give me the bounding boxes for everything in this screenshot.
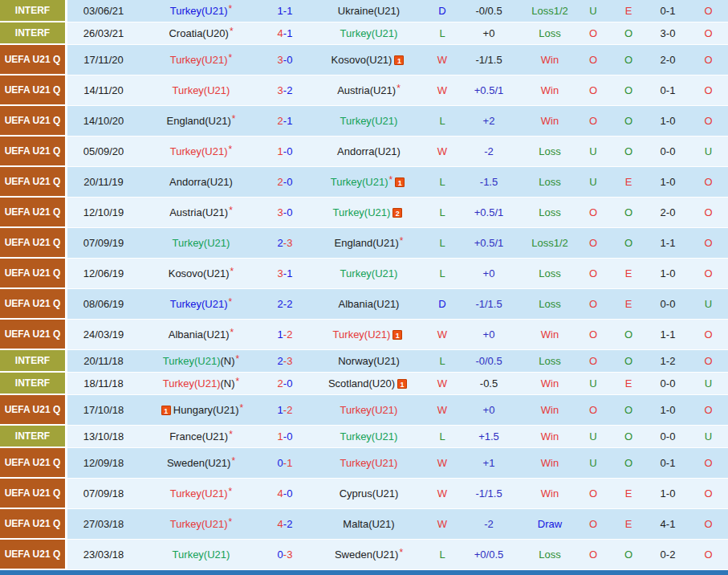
away-team[interactable]: Turkey(U21) — [307, 106, 430, 137]
home-team[interactable]: Turkey(U21)(N)* — [140, 350, 262, 373]
away-team[interactable]: Turkey(U21) — [307, 395, 430, 426]
home-team[interactable]: 1Hungary(U21)* — [140, 395, 262, 426]
fulltime-score[interactable]: 2-3 — [262, 350, 307, 373]
match-date: 08/06/19 — [67, 289, 140, 320]
away-team[interactable]: Turkey(U21) — [307, 22, 430, 45]
away-team[interactable]: Kosovo(U21)1 — [307, 45, 430, 75]
home-team[interactable]: England(U21)* — [140, 106, 262, 137]
away-team-name: Scotland(U20) — [328, 377, 395, 389]
away-team[interactable]: Turkey(U21) — [307, 426, 430, 448]
away-team[interactable]: Turkey(U21)2 — [307, 198, 430, 228]
red-card-icon: 1 — [392, 330, 402, 340]
away-goals: -1 — [283, 115, 293, 127]
home-team[interactable]: Croatia(U20)* — [140, 22, 262, 45]
home-goals: 1 — [278, 404, 283, 416]
fulltime-score[interactable]: 1-1 — [262, 0, 307, 22]
away-team[interactable]: Turkey(U21)*1 — [307, 167, 430, 198]
home-team[interactable]: France(U21)* — [140, 426, 262, 448]
away-team[interactable]: Turkey(U21) — [307, 448, 430, 479]
home-team[interactable]: Turkey(U21) — [140, 540, 262, 570]
fulltime-score[interactable]: 4-1 — [262, 22, 307, 45]
fulltime-score[interactable]: 4-0 — [262, 479, 307, 509]
home-team[interactable]: Turkey(U21)* — [140, 479, 262, 509]
odd-even-result: O — [610, 106, 647, 137]
away-team[interactable]: Sweden(U21)* — [307, 540, 430, 570]
handicap-value: +0 — [454, 320, 523, 350]
home-team-name: Turkey(U21) — [170, 518, 228, 530]
halftime-score: 0-0 — [647, 426, 689, 448]
away-team[interactable]: Malta(U21) — [307, 509, 430, 540]
home-team[interactable]: Turkey(U21)* — [140, 289, 262, 320]
away-team[interactable]: Norway(U21) — [307, 350, 430, 373]
home-team[interactable]: Sweden(U21)* — [140, 448, 262, 479]
away-team[interactable]: Turkey(U21)1 — [307, 320, 430, 350]
match-row: INTERF03/06/21Turkey(U21)*1-1Ukraine(U21… — [0, 0, 728, 22]
handicap-value: -0/0.5 — [454, 350, 523, 373]
halftime-score: 1-1 — [647, 228, 689, 259]
fulltime-score[interactable]: 1-2 — [262, 395, 307, 426]
away-team[interactable]: Scotland(U20)1 — [307, 373, 430, 395]
away-team[interactable]: Turkey(U21) — [307, 259, 430, 289]
competition-badge: UEFA U21 Q — [0, 289, 67, 320]
fulltime-score[interactable]: 2-3 — [262, 228, 307, 259]
fulltime-score[interactable]: 1-0 — [262, 137, 307, 167]
home-team[interactable]: Albania(U21)* — [140, 320, 262, 350]
match-row: UEFA U21 Q05/09/20Turkey(U21)*1-0Andorra… — [0, 137, 728, 167]
odd-even-result: O — [610, 448, 647, 479]
away-team[interactable]: Cyprus(U21) — [307, 479, 430, 509]
away-team-name: Andorra(U21) — [337, 145, 401, 157]
home-goals: 1 — [278, 145, 283, 157]
away-team[interactable]: England(U21)* — [307, 228, 430, 259]
result-letter: L — [430, 228, 454, 259]
home-team[interactable]: Turkey(U21)(N)* — [140, 373, 262, 395]
away-goals: -2 — [283, 518, 293, 530]
fulltime-score[interactable]: 3-0 — [262, 198, 307, 228]
handicap-result: Loss — [523, 350, 576, 373]
away-team[interactable]: Ukraine(U21) — [307, 0, 430, 22]
match-row: UEFA U21 Q12/09/18Sweden(U21)*0-1Turkey(… — [0, 448, 728, 479]
over-under-result: O — [576, 320, 610, 350]
fulltime-score[interactable]: 1-2 — [262, 320, 307, 350]
fulltime-score[interactable]: 3-0 — [262, 45, 307, 75]
home-team[interactable]: Turkey(U21)* — [140, 0, 262, 22]
over-under-result: U — [576, 137, 610, 167]
over-under-result: U — [576, 373, 610, 395]
home-team[interactable]: Turkey(U21)* — [140, 137, 262, 167]
match-row: UEFA U21 Q17/10/181Hungary(U21)*1-2Turke… — [0, 395, 728, 426]
home-team[interactable]: Turkey(U21) — [140, 75, 262, 106]
away-team-name: England(U21) — [335, 237, 399, 249]
away-team[interactable]: Andorra(U21) — [307, 137, 430, 167]
home-team[interactable]: Turkey(U21) — [140, 228, 262, 259]
result-letter: D — [430, 0, 454, 22]
competition-badge: UEFA U21 Q — [0, 540, 67, 570]
home-team[interactable]: Turkey(U21)* — [140, 45, 262, 75]
fulltime-score[interactable]: 2-1 — [262, 106, 307, 137]
home-team[interactable]: Turkey(U21)* — [140, 509, 262, 540]
home-team[interactable]: Kosovo(U21)* — [140, 259, 262, 289]
over-under-result: O — [576, 22, 610, 45]
fulltime-score[interactable]: 0-1 — [262, 448, 307, 479]
handicap-value: -1/1.5 — [454, 479, 523, 509]
competition-badge: INTERF — [0, 350, 67, 373]
away-team[interactable]: Austria(U21)* — [307, 75, 430, 106]
fulltime-score[interactable]: 2-0 — [262, 167, 307, 198]
match-date: 24/03/19 — [67, 320, 140, 350]
odd-even-result: E — [610, 373, 647, 395]
fulltime-score[interactable]: 4-2 — [262, 509, 307, 540]
fulltime-score[interactable]: 2-2 — [262, 289, 307, 320]
away-team[interactable]: Albania(U21) — [307, 289, 430, 320]
halftime-score: 1-1 — [647, 320, 689, 350]
handicap-value: +0.5/1 — [454, 198, 523, 228]
fulltime-score[interactable]: 1-0 — [262, 426, 307, 448]
match-date: 26/03/21 — [67, 22, 140, 45]
fulltime-score[interactable]: 0-3 — [262, 540, 307, 570]
home-goals: 4 — [278, 518, 283, 530]
home-team[interactable]: Andorra(U21) — [140, 167, 262, 198]
handicap-result: Win — [523, 395, 576, 426]
handicap-result: Loss — [523, 167, 576, 198]
fulltime-score[interactable]: 2-0 — [262, 373, 307, 395]
home-team[interactable]: Austria(U21)* — [140, 198, 262, 228]
fulltime-score[interactable]: 3-1 — [262, 259, 307, 289]
fulltime-score[interactable]: 3-2 — [262, 75, 307, 106]
match-date: 12/09/18 — [67, 448, 140, 479]
